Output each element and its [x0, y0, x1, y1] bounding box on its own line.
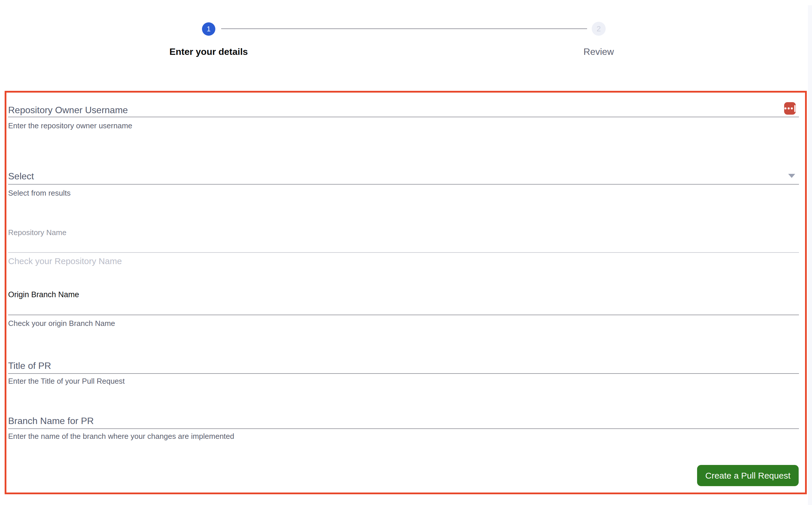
- repo-owner-username-underline: [8, 117, 799, 117]
- pr-title-helper: Enter the Title of your Pull Request: [8, 377, 125, 386]
- repo-owner-username-input[interactable]: [8, 102, 799, 118]
- step-1-indicator: 1: [202, 22, 215, 36]
- origin-branch-name-helper: Check your origin Branch Name: [8, 319, 115, 328]
- step-connector: [221, 28, 587, 29]
- create-pull-request-button[interactable]: Create a Pull Request: [697, 465, 799, 486]
- pr-branch-name-underline: [8, 429, 799, 429]
- repository-name-input[interactable]: [8, 226, 799, 253]
- origin-branch-name-underline: [8, 315, 799, 315]
- pr-title-input[interactable]: [8, 358, 799, 374]
- pr-branch-name-helper: Enter the name of the branch where your …: [8, 432, 234, 441]
- scrollbar[interactable]: [808, 5, 812, 505]
- step-2-number: 2: [597, 24, 601, 33]
- select-input[interactable]: [8, 168, 799, 185]
- pr-branch-name-input[interactable]: [8, 413, 799, 430]
- step-2-label: Review: [584, 46, 614, 57]
- step-2-indicator: 2: [592, 22, 606, 36]
- step-1-number: 1: [207, 25, 210, 33]
- select-helper: Select from results: [8, 189, 70, 198]
- repository-name-underline: [8, 252, 799, 253]
- lastpass-icon[interactable]: [784, 102, 796, 115]
- chevron-down-icon[interactable]: [788, 174, 795, 178]
- pr-title-underline: [8, 373, 799, 374]
- repo-owner-username-helper: Enter the repository owner username: [8, 121, 132, 130]
- select-underline: [8, 184, 799, 185]
- step-1-label: Enter your details: [170, 46, 248, 57]
- repository-name-helper: Check your Repository Name: [8, 256, 122, 267]
- page: 1 2 Enter your details Review Repository…: [0, 0, 812, 505]
- origin-branch-name-input[interactable]: [8, 288, 799, 316]
